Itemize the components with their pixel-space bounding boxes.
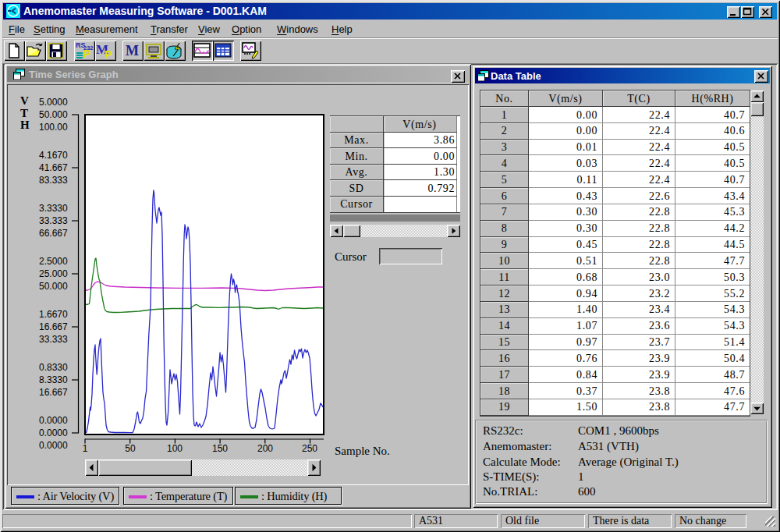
svg-text:P: P bbox=[105, 48, 112, 61]
svg-text:P: P bbox=[83, 48, 90, 60]
svg-text:M: M bbox=[126, 43, 139, 59]
